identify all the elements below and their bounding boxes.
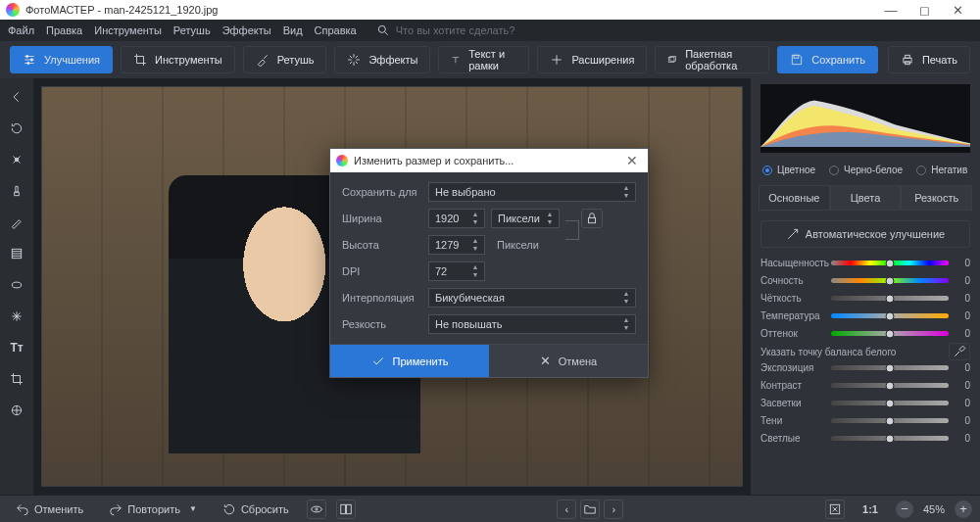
- tab-label: Эффекты: [368, 54, 417, 66]
- zoom-in[interactable]: +: [955, 500, 972, 518]
- minimize-button[interactable]: —: [874, 0, 907, 20]
- dpi-input[interactable]: 72▲▼: [428, 261, 485, 281]
- title-bar: ФотоМАСТЕР - man-2425121_1920.jpg — ◻ ✕: [0, 0, 980, 20]
- text-tool[interactable]: Tт: [6, 337, 27, 358]
- gradient-tool[interactable]: [6, 243, 27, 264]
- tab-text-frames[interactable]: Текст и рамки: [438, 46, 529, 73]
- radio-color[interactable]: Цветное: [762, 165, 815, 175]
- save-button[interactable]: Сохранить: [777, 46, 878, 73]
- geometry-tool[interactable]: [6, 400, 27, 421]
- check-icon: [371, 355, 385, 368]
- slider-thumb[interactable]: [886, 294, 895, 303]
- sparkle-icon: [347, 53, 361, 67]
- slider-thumb[interactable]: [886, 276, 895, 285]
- subtab-basic[interactable]: Основные: [759, 185, 830, 210]
- dialog-close-button[interactable]: ✕: [622, 153, 642, 168]
- auto-enhance-button[interactable]: Автоматическое улучшение: [760, 220, 970, 248]
- menu-search[interactable]: Что вы хотите сделать?: [376, 24, 515, 37]
- lock-aspect-button[interactable]: [581, 209, 603, 228]
- slider-track[interactable]: [831, 331, 949, 336]
- width-unit-select[interactable]: Пиксели▲▼: [491, 209, 560, 228]
- subtab-sharp[interactable]: Резкость: [901, 185, 972, 210]
- slider-thumb[interactable]: [886, 259, 895, 267]
- nav-next[interactable]: ›: [604, 499, 623, 519]
- cancel-button[interactable]: ✕Отмена: [489, 345, 648, 377]
- cancel-label: Отмена: [559, 356, 597, 367]
- slider-track[interactable]: [831, 418, 949, 423]
- menu-effects[interactable]: Эффекты: [222, 24, 271, 36]
- fit-button[interactable]: [825, 499, 845, 519]
- subtab-colors[interactable]: Цвета: [830, 185, 902, 210]
- slider-track[interactable]: [831, 365, 949, 370]
- slider-thumb[interactable]: [886, 381, 895, 390]
- zoom-out[interactable]: −: [896, 500, 913, 518]
- svg-point-14: [312, 506, 322, 512]
- slider-value: 0: [955, 433, 970, 444]
- slider-thumb[interactable]: [886, 311, 895, 320]
- slider-track[interactable]: [831, 383, 949, 388]
- compare-toggle[interactable]: [336, 499, 356, 519]
- ratio-button[interactable]: 1:1: [855, 500, 886, 518]
- crop-tool[interactable]: [6, 368, 27, 390]
- interp-select[interactable]: Бикубическая▲▼: [428, 288, 636, 308]
- tab-extensions[interactable]: Расширения: [537, 46, 647, 73]
- slider-track[interactable]: [831, 436, 949, 441]
- width-input[interactable]: 1920▲▼: [428, 209, 485, 228]
- slider-track[interactable]: [831, 401, 949, 405]
- stamp-tool[interactable]: [6, 180, 27, 202]
- tab-retouch[interactable]: Ретушь: [243, 46, 327, 73]
- slider-thumb[interactable]: [886, 399, 895, 407]
- width-value: 1920: [435, 213, 459, 224]
- tab-batch[interactable]: Пакетная обработка: [655, 46, 769, 73]
- tab-tools[interactable]: Инструменты: [121, 46, 235, 73]
- slider-value: 0: [955, 415, 970, 426]
- apply-button[interactable]: Применить: [330, 345, 489, 377]
- slider-track[interactable]: [831, 313, 949, 318]
- preview-toggle[interactable]: [307, 499, 326, 519]
- slider-value: 0: [955, 328, 970, 339]
- undo-button[interactable]: Отменить: [8, 499, 91, 519]
- slider-thumb[interactable]: [886, 434, 895, 443]
- menu-file[interactable]: Файл: [8, 24, 34, 36]
- menu-retouch[interactable]: Ретушь: [173, 24, 211, 36]
- tab-enhance[interactable]: Улучшения: [10, 46, 113, 73]
- slider-value: 0: [955, 380, 970, 391]
- maximize-button[interactable]: ◻: [907, 0, 941, 20]
- slider-thumb[interactable]: [886, 416, 895, 425]
- close-button[interactable]: ✕: [941, 0, 974, 20]
- redo-button[interactable]: Повторить▼: [101, 499, 205, 519]
- brush-tool[interactable]: [6, 212, 27, 233]
- menu-tools[interactable]: Инструменты: [94, 24, 162, 36]
- back-tool[interactable]: [6, 86, 27, 108]
- heal-tool[interactable]: [6, 149, 27, 170]
- sparkle-tool[interactable]: [6, 306, 27, 327]
- menu-view[interactable]: Вид: [283, 24, 303, 36]
- right-panel: Цветное Черно-белое Негатив Основные Цве…: [751, 78, 980, 495]
- menu-edit[interactable]: Правка: [46, 24, 82, 36]
- svg-rect-7: [904, 58, 911, 63]
- radio-bw[interactable]: Черно-белое: [829, 165, 903, 175]
- tab-effects[interactable]: Эффекты: [334, 46, 430, 73]
- print-button[interactable]: Печать: [888, 46, 970, 73]
- slider-thumb[interactable]: [886, 329, 895, 338]
- save-for-select[interactable]: Не выбрано▲▼: [428, 182, 636, 202]
- nav-group: ‹ ›: [557, 499, 623, 519]
- slider-track[interactable]: [831, 278, 949, 283]
- dialog-title-bar[interactable]: Изменить размер и сохранить... ✕: [330, 149, 648, 172]
- sharp-select[interactable]: Не повышать▲▼: [428, 314, 636, 334]
- eyedropper-button[interactable]: [949, 343, 970, 360]
- radio-negative[interactable]: Негатив: [916, 165, 967, 175]
- reset-button[interactable]: Сбросить: [215, 499, 297, 519]
- height-input[interactable]: 1279▲▼: [428, 235, 485, 255]
- nav-prev[interactable]: ‹: [557, 499, 576, 519]
- slider-thumb[interactable]: [886, 363, 895, 372]
- svg-point-15: [316, 507, 318, 509]
- radial-tool[interactable]: [6, 274, 27, 296]
- svg-rect-8: [906, 55, 910, 58]
- slider-track[interactable]: [831, 296, 949, 301]
- rotate-tool[interactable]: [6, 118, 27, 139]
- nav-browse[interactable]: [580, 499, 600, 519]
- menu-help[interactable]: Справка: [315, 24, 357, 36]
- print-label: Печать: [922, 54, 957, 66]
- slider-track[interactable]: [831, 261, 949, 265]
